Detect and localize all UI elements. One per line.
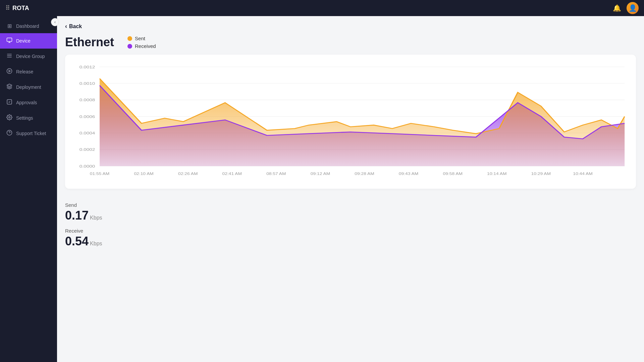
- legend-label-received: Received: [135, 43, 156, 49]
- avatar[interactable]: 👤: [627, 2, 639, 14]
- topbar-right: 🔔 👤: [613, 2, 639, 14]
- chart-legend: Sent Received: [127, 36, 156, 49]
- notification-bell-icon[interactable]: 🔔: [613, 4, 621, 12]
- svg-marker-2: [9, 70, 11, 72]
- send-label: Send: [65, 202, 636, 208]
- legend-label-sent: Sent: [135, 36, 145, 41]
- svg-text:02:10 AM: 02:10 AM: [134, 172, 153, 176]
- send-stat: Send 0.17Kbps: [65, 202, 636, 223]
- svg-text:10:14 AM: 10:14 AM: [487, 172, 506, 176]
- receive-number: 0.54: [65, 234, 89, 248]
- svg-text:0.0008: 0.0008: [79, 98, 95, 102]
- chart-header: Ethernet Sent Received: [65, 35, 636, 49]
- topbar: ⠿ ROTA 🔔 👤: [0, 0, 644, 16]
- sent-dot: [127, 36, 132, 41]
- svg-text:0.0012: 0.0012: [79, 65, 95, 69]
- sidebar-label-support: Support Ticket: [16, 131, 46, 136]
- received-dot: [127, 44, 132, 49]
- settings-icon: [6, 114, 13, 122]
- receive-value: 0.54Kbps: [65, 234, 636, 248]
- sidebar-label-deployment: Deployment: [16, 84, 41, 90]
- sidebar-item-device-group[interactable]: Device Group: [0, 49, 57, 64]
- approvals-icon: [6, 99, 13, 106]
- dashboard-icon: ⊞: [6, 23, 13, 29]
- svg-rect-0: [7, 38, 12, 42]
- sidebar-item-settings[interactable]: Settings: [0, 110, 57, 126]
- sidebar-item-device[interactable]: Device: [0, 33, 57, 49]
- svg-text:10:44 AM: 10:44 AM: [573, 172, 592, 176]
- back-label: Back: [69, 23, 82, 29]
- svg-text:0.0004: 0.0004: [79, 131, 95, 135]
- svg-text:0.0002: 0.0002: [79, 147, 95, 152]
- send-number: 0.17: [65, 208, 89, 222]
- svg-text:0.0010: 0.0010: [79, 81, 95, 86]
- receive-unit: Kbps: [90, 241, 102, 246]
- sidebar-label-release: Release: [16, 69, 33, 74]
- release-icon: [6, 68, 13, 75]
- device-icon: [6, 37, 13, 45]
- svg-text:08:57 AM: 08:57 AM: [266, 172, 286, 176]
- svg-text:10:29 AM: 10:29 AM: [531, 172, 551, 176]
- sidebar-toggle-button[interactable]: ‹: [51, 18, 59, 26]
- grid-icon: ⠿: [5, 4, 10, 12]
- legend-item-received: Received: [127, 43, 156, 49]
- sidebar-label-device-group: Device Group: [16, 54, 45, 59]
- sidebar-item-approvals[interactable]: Approvals: [0, 95, 57, 110]
- svg-text:02:41 AM: 02:41 AM: [222, 172, 242, 176]
- legend-item-sent: Sent: [127, 36, 156, 41]
- ethernet-chart: 0.0012 0.0010 0.0008 0.0006 0.0004 0.000…: [72, 61, 629, 185]
- send-value: 0.17Kbps: [65, 208, 636, 223]
- send-unit: Kbps: [90, 215, 102, 221]
- support-icon: [6, 130, 13, 137]
- sidebar: ⊞ Dashboard Device Device Group Release …: [0, 16, 57, 362]
- sidebar-item-dashboard[interactable]: ⊞ Dashboard: [0, 19, 57, 33]
- svg-text:02:26 AM: 02:26 AM: [178, 172, 198, 176]
- main-content: ‹ Back Ethernet Sent Received: [57, 16, 644, 362]
- sidebar-label-dashboard: Dashboard: [16, 23, 39, 29]
- sidebar-label-approvals: Approvals: [16, 100, 37, 105]
- receive-label: Receive: [65, 228, 636, 234]
- deployment-icon: [6, 83, 13, 91]
- svg-text:0.0000: 0.0000: [79, 164, 95, 168]
- brand-name: ROTA: [12, 5, 29, 12]
- svg-point-1: [7, 69, 12, 74]
- svg-text:09:12 AM: 09:12 AM: [311, 172, 330, 176]
- svg-marker-22: [100, 78, 625, 166]
- sidebar-label-settings: Settings: [16, 115, 33, 121]
- sidebar-label-device: Device: [16, 38, 31, 44]
- sidebar-item-support[interactable]: Support Ticket: [0, 126, 57, 141]
- brand: ⠿ ROTA: [5, 4, 29, 12]
- chart-container: 0.0012 0.0010 0.0008 0.0006 0.0004 0.000…: [65, 55, 636, 189]
- svg-text:09:43 AM: 09:43 AM: [399, 172, 418, 176]
- sidebar-item-release[interactable]: Release: [0, 64, 57, 79]
- back-arrow-icon: ‹: [65, 23, 67, 30]
- svg-point-4: [9, 117, 10, 118]
- svg-text:0.0006: 0.0006: [79, 114, 95, 119]
- sidebar-item-deployment[interactable]: Deployment: [0, 79, 57, 95]
- chart-area: 0.0012 0.0010 0.0008 0.0006 0.0004 0.000…: [72, 61, 629, 185]
- stats-section: Send 0.17Kbps Receive 0.54Kbps: [65, 199, 636, 257]
- device-group-icon: [6, 53, 13, 60]
- svg-text:01:55 AM: 01:55 AM: [90, 172, 109, 176]
- back-button[interactable]: ‹ Back: [65, 23, 636, 30]
- svg-text:09:28 AM: 09:28 AM: [355, 172, 374, 176]
- chart-title: Ethernet: [65, 35, 114, 49]
- svg-text:09:58 AM: 09:58 AM: [443, 172, 462, 176]
- receive-stat: Receive 0.54Kbps: [65, 228, 636, 248]
